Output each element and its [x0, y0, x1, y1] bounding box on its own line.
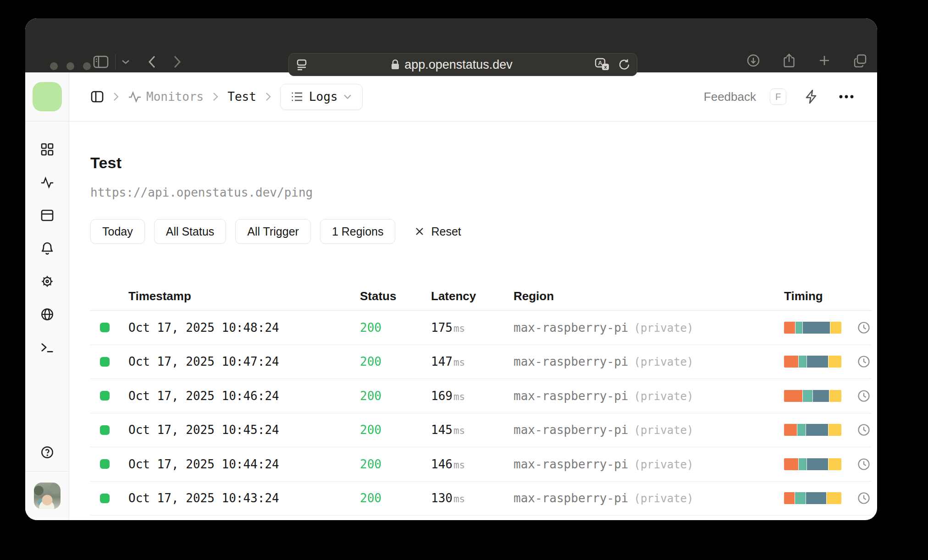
view-selector-logs[interactable]: Logs	[280, 84, 363, 110]
status-dot	[100, 425, 110, 435]
timing-bar	[784, 356, 841, 368]
share-icon[interactable]	[783, 53, 795, 68]
breadcrumb-monitor-name[interactable]: Test	[227, 90, 256, 104]
log-region: max-raspberry-pi	[514, 457, 628, 471]
user-avatar[interactable]	[34, 483, 61, 509]
timing-segment-ttfb	[827, 492, 841, 504]
timing-segment-ttfb	[829, 458, 841, 470]
log-region: max-raspberry-pi	[514, 389, 628, 403]
column-header-timing: Timing	[784, 289, 857, 303]
help-icon[interactable]	[40, 445, 54, 459]
workspace-logo[interactable]	[33, 82, 62, 111]
timing-bar	[784, 424, 841, 436]
sidebar-toggle-icon[interactable]	[93, 55, 109, 69]
status-dot	[100, 459, 110, 469]
log-latency-unit: ms	[453, 425, 465, 436]
timing-segment-dns	[784, 322, 795, 334]
filter-period-button[interactable]: Today	[90, 219, 145, 244]
reload-icon[interactable]	[619, 58, 630, 71]
filter-regions-button[interactable]: 1 Regions	[320, 219, 396, 244]
url-display: app.openstatus.dev	[308, 58, 595, 72]
sidebar-item-regions[interactable]	[40, 307, 54, 321]
filter-status-button[interactable]: All Status	[154, 219, 226, 244]
panel-left-toggle-icon[interactable]	[90, 90, 104, 104]
tab-overview-icon[interactable]	[853, 54, 867, 67]
sidebar-item-status-pages[interactable]	[40, 209, 54, 222]
log-timestamp: Oct 17, 2025 10:47:24	[128, 355, 360, 368]
timing-segment-dns	[784, 356, 798, 368]
back-button[interactable]	[148, 55, 156, 69]
feedback-button[interactable]: Feedback	[704, 90, 756, 104]
downloads-icon[interactable]	[746, 54, 760, 67]
log-latency-value: 175	[431, 321, 453, 335]
log-status-code: 200	[360, 423, 431, 437]
log-region-note: (private)	[634, 458, 693, 471]
sidebar-item-monitors[interactable]	[40, 176, 54, 189]
chevron-down-icon	[343, 93, 352, 100]
status-dot	[100, 323, 110, 332]
forward-button[interactable]	[173, 55, 182, 69]
close-window-button[interactable]	[50, 62, 58, 70]
workspace-logo-cell	[25, 72, 69, 121]
status-dot	[100, 357, 110, 367]
log-latency-unit: ms	[453, 357, 465, 368]
x-icon	[414, 226, 425, 236]
new-tab-icon[interactable]	[818, 54, 831, 67]
timing-segment-dns	[784, 492, 795, 504]
clock-icon	[857, 390, 870, 402]
log-latency-value: 145	[431, 423, 453, 437]
log-status-code: 200	[360, 491, 431, 505]
timing-segment-tls	[803, 322, 830, 334]
timing-segment-connect	[803, 390, 812, 402]
status-dot	[100, 494, 110, 503]
timing-segment-connect	[797, 424, 806, 436]
timing-segment-tls	[813, 390, 829, 402]
sidebar-item-settings[interactable]	[40, 275, 54, 288]
zoom-window-button[interactable]	[83, 62, 91, 70]
zap-icon[interactable]	[805, 89, 818, 104]
log-status-code: 200	[360, 355, 431, 368]
browser-titlebar: app.openstatus.dev A x	[25, 18, 877, 72]
timing-segment-connect	[795, 492, 806, 504]
log-latency-value: 147	[431, 355, 453, 368]
log-row[interactable]: Oct 17, 2025 10:44:24 200 146 ms max-ras…	[90, 447, 872, 482]
toolbar-divider	[115, 54, 116, 70]
timing-segment-connect	[799, 458, 806, 470]
sidebar-item-cli[interactable]	[40, 340, 54, 354]
log-row[interactable]: Oct 17, 2025 10:46:24 200 169 ms max-ras…	[90, 379, 872, 413]
clock-icon	[857, 492, 870, 505]
minimize-window-button[interactable]	[66, 62, 74, 70]
sidebar-item-notifications[interactable]	[40, 242, 54, 255]
log-latency-value: 146	[431, 457, 453, 471]
timing-bar	[784, 322, 841, 334]
filter-trigger-button[interactable]: All Trigger	[235, 219, 311, 244]
log-latency-unit: ms	[453, 494, 465, 505]
address-bar[interactable]: app.openstatus.dev A x	[288, 53, 637, 76]
column-header-region: Region	[514, 289, 784, 303]
log-latency-value: 169	[431, 389, 453, 403]
clock-icon	[857, 423, 870, 436]
sidebar-item-dashboard[interactable]	[40, 143, 54, 156]
page-title: Test	[90, 154, 872, 172]
browser-window: app.openstatus.dev A x	[25, 18, 877, 520]
reset-filters-button[interactable]: Reset	[414, 225, 461, 238]
log-row[interactable]: Oct 17, 2025 10:45:24 200 145 ms max-ras…	[90, 413, 872, 448]
log-row[interactable]: Oct 17, 2025 10:47:24 200 147 ms max-ras…	[90, 345, 872, 379]
log-row[interactable]: Oct 17, 2025 10:43:24 200 130 ms max-ras…	[90, 482, 872, 516]
timing-segment-ttfb	[829, 424, 841, 436]
log-row[interactable]: Oct 17, 2025 10:48:24 200 175 ms max-ras…	[90, 311, 872, 345]
translate-icon[interactable]: A x	[595, 58, 611, 71]
timing-segment-tls	[806, 424, 828, 436]
page-settings-icon[interactable]	[295, 58, 308, 71]
log-status-code: 200	[360, 389, 431, 403]
addressbar-actions: A x	[595, 58, 630, 71]
breadcrumb-monitors[interactable]: Monitors	[128, 90, 204, 104]
more-options-icon[interactable]	[839, 94, 854, 99]
main-content: Test https://api.openstatus.dev/ping Tod…	[69, 121, 877, 520]
breadcrumb: Monitors Test Logs	[69, 72, 704, 121]
user-menu[interactable]	[25, 472, 69, 520]
timing-segment-dns	[784, 458, 798, 470]
timing-bar	[784, 458, 841, 470]
log-timestamp: Oct 17, 2025 10:46:24	[128, 389, 360, 403]
tab-group-chevron-icon[interactable]	[121, 59, 130, 65]
